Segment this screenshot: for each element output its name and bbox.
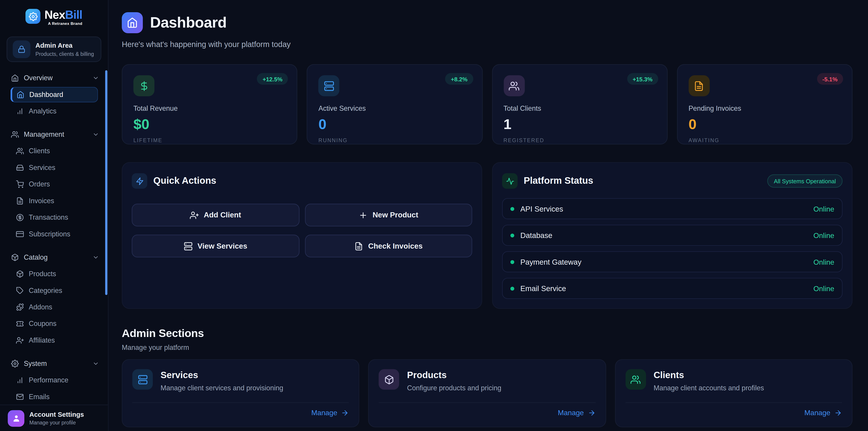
sidebar-scrollbar-thumb[interactable] [105,70,107,295]
sidebar-item-label: Categories [29,287,62,295]
trend-badge: -5.1% [817,73,843,85]
sidebar-item-orders[interactable]: Orders [11,177,98,192]
quick-actions-grid: Add ClientNew ProductView ServicesCheck … [132,204,472,257]
file-text-icon [694,81,704,91]
users-icon [16,147,24,155]
arrow-right-icon [588,409,595,417]
home-icon [17,91,24,98]
sidebar-item-label: Affiliates [29,337,55,344]
quick-actions-title: Quick Actions [153,175,216,186]
admin-card-title: Clients [653,370,764,380]
admin-area-card[interactable]: Admin Area Products, clients & billing [6,37,101,62]
stat-card-pending-invoices: -5.1%Pending Invoices0AWAITING [677,64,852,145]
admin-card-title: Products [407,370,501,380]
sidebar-item-coupons[interactable]: Coupons [11,316,98,332]
admin-sections-title: Admin Sections [122,327,852,340]
app-window: NexBill A Retranex Brand Admin Area Prod… [0,0,868,431]
gear-icon [11,360,19,368]
nav-group-header-overview[interactable]: Overview [0,71,108,85]
nav-group-header-system[interactable]: System [0,357,108,371]
sidebar-item-label: Transactions [29,214,68,221]
chevron-down-icon [92,75,99,81]
admin-card-text: ServicesManage client services and provi… [160,369,283,392]
manage-link-services[interactable]: Manage [311,408,349,417]
manage-link-products[interactable]: Manage [558,408,595,417]
users-icon [509,81,520,91]
sidebar-item-label: Products [29,270,56,278]
status-service-name: Database [520,231,553,239]
platform-status-panel: Platform Status All Systems Operational … [492,162,852,309]
quick-action-view-services[interactable]: View Services [132,235,299,257]
quick-action-new-product[interactable]: New Product [305,204,472,226]
status-row-api-services: API ServicesOnline [502,198,842,219]
admin-card-top: ProductsConfigure products and pricing [379,369,595,392]
manage-link-clients[interactable]: Manage [804,408,842,417]
quick-action-label: Add Client [204,211,241,219]
sidebar-item-emails[interactable]: Emails [11,389,98,405]
sidebar-item-invoices[interactable]: Invoices [11,193,98,209]
users-icon-tile [503,75,524,96]
divider [625,402,842,403]
nav-group-management: ManagementClientsServicesOrdersInvoicesT… [0,127,108,242]
box-icon [16,270,24,278]
brand-name-primary: Nex [44,8,65,21]
account-settings-button[interactable]: Account Settings Manage your profile [0,405,108,431]
sidebar-item-addons[interactable]: Addons [11,300,98,315]
sidebar-item-clients[interactable]: Clients [11,143,98,159]
divider [379,402,595,403]
status-badge: All Systems Operational [767,174,842,188]
sidebar-item-services[interactable]: Services [11,160,98,176]
admin-section-card-products: ProductsConfigure products and pricingMa… [368,359,606,427]
sidebar-item-products[interactable]: Products [11,266,98,282]
nav-group-header-catalog[interactable]: Catalog [0,250,108,265]
sidebar-item-label: Performance [29,376,68,384]
admin-card-description: Manage client accounts and profiles [653,384,764,392]
brand-logo: NexBill A Retranex Brand [0,0,108,26]
nav-group-header-management[interactable]: Management [0,127,108,142]
admin-card-text: ClientsManage client accounts and profil… [653,369,764,392]
zap-icon [132,173,147,189]
plus-icon [359,211,368,219]
quick-action-add-client[interactable]: Add Client [132,204,299,226]
stat-sublabel: REGISTERED [503,137,656,143]
stat-sublabel: RUNNING [318,137,471,143]
sidebar-item-analytics[interactable]: Analytics [11,103,98,119]
sidebar-item-transactions[interactable]: Transactions [11,210,98,225]
sidebar-item-subscriptions[interactable]: Subscriptions [11,226,98,242]
quick-action-check-invoices[interactable]: Check Invoices [305,235,472,257]
gear-icon [26,9,40,24]
stat-sublabel: AWAITING [688,137,841,143]
sidebar-item-categories[interactable]: Categories [11,283,98,298]
admin-section-card-services: ServicesManage client services and provi… [122,359,360,427]
stat-cards-row: +12.5%Total Revenue$0LIFETIME+8.2%Active… [122,64,852,145]
admin-area-subtitle: Products, clients & billing [35,51,94,57]
mail-icon [16,393,24,401]
nav-group-label: System [24,360,47,368]
stat-label: Total Revenue [133,105,286,112]
brand-wordmark: NexBill A Retranex Brand [44,9,83,25]
chevron-down-icon [92,131,99,137]
sidebar-item-affiliates[interactable]: Affiliates [11,333,98,348]
chevron-down-icon [92,254,99,260]
server-icon-tile [132,369,153,390]
chevron-down-icon [92,131,99,137]
user-plus-icon [16,337,24,344]
file-text-icon [16,197,24,205]
bar-chart-icon [16,376,24,384]
box-icon-tile [379,369,399,390]
stat-card-total-revenue: +12.5%Total Revenue$0LIFETIME [122,64,298,145]
online-dot [510,207,514,211]
page-subtitle: Here's what's happening with your platfo… [122,40,852,49]
users-icon [631,374,641,384]
online-dot [510,286,514,290]
sidebar-item-performance[interactable]: Performance [11,372,98,388]
quick-action-label: View Services [197,242,247,250]
activity-icon [502,173,518,189]
quick-actions-header: Quick Actions [132,173,472,189]
sidebar-item-dashboard[interactable]: Dashboard [11,87,98,102]
brand-tagline: A Retranex Brand [44,22,83,26]
chevron-down-icon [92,360,99,367]
dollar-sign-icon-tile [133,75,154,96]
server-icon [184,242,193,250]
online-dot [510,260,514,264]
